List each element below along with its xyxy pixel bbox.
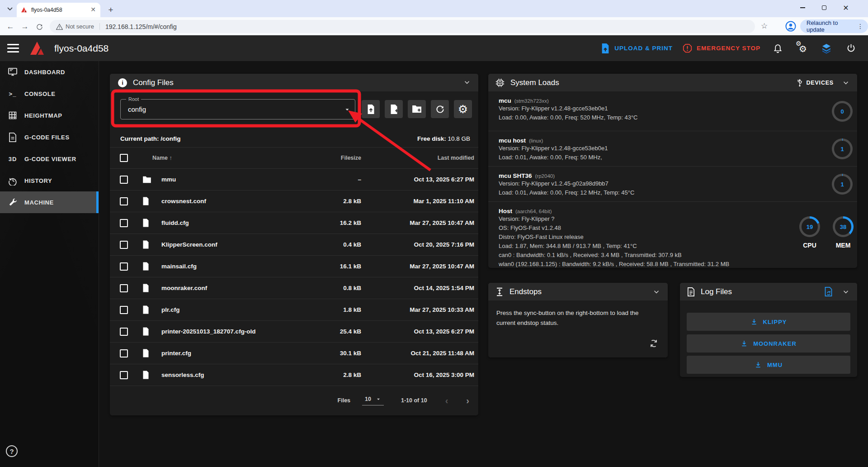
row-checkbox[interactable] [120, 328, 128, 336]
relaunch-to-update-button[interactable]: Relaunch to update ⋮ [800, 19, 868, 33]
row-checkbox[interactable] [120, 262, 128, 271]
file-icon [142, 305, 152, 314]
tab-close-icon[interactable]: ✕ [90, 6, 97, 14]
table-row[interactable]: printer-20251013_182707.cfg-old 25.4 kB … [110, 321, 478, 343]
download-moonraker-log-button[interactable]: MOONRAKER [687, 334, 850, 353]
sidebar-item-machine[interactable]: MACHINE [0, 191, 99, 213]
emergency-octagon-icon [683, 43, 692, 53]
table-row[interactable]: crowsnest.conf 2.8 kB Mar 1, 2025 11:10 … [110, 191, 478, 212]
root-select[interactable]: Root config [120, 99, 355, 119]
row-checkbox[interactable] [120, 197, 128, 205]
collapse-chevron-icon[interactable] [652, 288, 660, 296]
select-caret-icon [376, 396, 381, 402]
nav-drawer: DASHBOARD >_ CONSOLE HEIGHTMAP G-CODE FI… [0, 61, 99, 467]
column-name[interactable]: Name ↑ [152, 155, 302, 161]
per-page-select[interactable]: 10 [362, 396, 384, 405]
collapse-chevron-icon[interactable] [463, 78, 471, 86]
create-file-button[interactable] [385, 100, 403, 118]
sidebar-item-gcode-files[interactable]: G-CODE FILES [0, 126, 99, 148]
sidebar-item-history[interactable]: HISTORY [0, 170, 99, 191]
config-files-header: i Config Files [110, 74, 478, 91]
settings-gears-icon[interactable]: ⚙ ⚙ [795, 41, 809, 56]
sync-button[interactable] [649, 338, 659, 348]
browser-menu-icon[interactable]: ⋮ [857, 23, 863, 30]
log-document-icon [687, 287, 695, 296]
select-all-checkbox[interactable] [120, 154, 128, 162]
reload-button[interactable] [33, 21, 45, 33]
table-row[interactable]: mmu – Oct 13, 2025 6:27 PM [110, 169, 478, 191]
endstops-header: Endstops [488, 283, 668, 300]
sort-arrow-icon: ↑ [170, 155, 172, 161]
browser-tab-bar: flyos-0a4d58 ✕ + ✕ [0, 0, 868, 17]
root-select-label: Root [126, 96, 141, 102]
sidebar-item-heightmap[interactable]: HEIGHTMAP [0, 105, 99, 126]
power-icon[interactable] [844, 41, 858, 56]
collapse-chevron-icon[interactable] [842, 79, 850, 87]
row-checkbox[interactable] [120, 371, 128, 379]
file-icon [142, 219, 152, 227]
table-row[interactable]: printer.cfg 30.1 kB Oct 21, 2025 11:48 A… [110, 343, 478, 364]
sidebar-item-gcode-viewer[interactable]: 3D G-CODE VIEWER [0, 148, 99, 170]
back-button[interactable]: ← [5, 21, 16, 33]
menu-hamburger-icon[interactable] [6, 41, 20, 55]
file-settings-button[interactable]: ⚙ [454, 100, 472, 118]
previous-page-button[interactable]: ‹ [445, 396, 448, 406]
row-checkbox[interactable] [120, 349, 128, 357]
browser-tab[interactable]: flyos-0a4d58 ✕ [17, 3, 100, 17]
row-checkbox[interactable] [120, 219, 128, 227]
terminal-icon: >_ [7, 91, 18, 97]
download-klippy-log-button[interactable]: KLIPPY [687, 313, 850, 331]
mem-gauge: 38 [833, 216, 854, 237]
sidebar-item-dashboard[interactable]: DASHBOARD [0, 61, 99, 83]
window-close-button[interactable]: ✕ [835, 0, 856, 15]
row-checkbox[interactable] [120, 284, 128, 292]
favicon-flyos-logo [20, 6, 28, 14]
upload-file-button[interactable] [362, 100, 380, 118]
collapse-chevron-icon[interactable] [842, 288, 850, 296]
create-folder-button[interactable] [408, 100, 426, 118]
document-icon [7, 133, 18, 142]
sidebar-item-console[interactable]: >_ CONSOLE [0, 83, 99, 105]
system-loads-title: System Loads [510, 78, 559, 87]
row-checkbox[interactable] [120, 306, 128, 314]
chip-icon [495, 78, 505, 87]
free-disk-label: Free disk: 10.8 GB [417, 135, 470, 142]
row-checkbox[interactable] [120, 176, 128, 184]
table-row[interactable]: moonraker.conf 0.8 kB Oct 14, 2025 1:54 … [110, 277, 478, 299]
forward-button[interactable]: → [19, 21, 31, 33]
address-bar[interactable]: Not secure 192.168.1.125/m/#/config [50, 20, 755, 33]
row-checkbox[interactable] [120, 241, 128, 249]
table-row[interactable]: mainsail.cfg 16.1 kB Mar 27, 2025 10:47 … [110, 256, 478, 277]
mem-gauge-label: MEM [830, 242, 857, 249]
profile-avatar[interactable] [785, 21, 796, 32]
devices-button[interactable]: DEVICES [797, 79, 834, 87]
layers-icon[interactable] [819, 41, 834, 56]
table-row[interactable]: sensorless.cfg 2.8 kB Oct 16, 2025 3:00 … [110, 364, 478, 386]
table-row[interactable]: plr.cfg 1.8 kB Mar 27, 2025 10:33 AM [110, 299, 478, 321]
next-page-button[interactable]: › [466, 396, 469, 406]
refresh-button[interactable] [431, 100, 449, 118]
download-mmu-log-button[interactable]: MMU [687, 356, 850, 374]
column-filesize[interactable]: Filesize [302, 155, 361, 161]
file-icon [142, 371, 152, 379]
notifications-bell-icon[interactable] [770, 41, 785, 56]
table-row[interactable]: KlipperScreen.conf 0.4 kB Oct 20, 2025 7… [110, 234, 478, 256]
wrench-icon [7, 198, 18, 207]
column-last-modified[interactable]: Last modified [361, 155, 474, 161]
help-icon[interactable]: ? [6, 445, 18, 457]
new-tab-button[interactable]: + [105, 4, 117, 16]
window-minimize-button[interactable] [792, 0, 813, 15]
tab-title: flyos-0a4d58 [31, 7, 90, 13]
not-secure-chip[interactable]: Not secure [56, 23, 100, 30]
upload-and-print-button[interactable]: UPLOAD & PRINT [601, 43, 673, 53]
file-icon [142, 262, 152, 271]
rollover-logs-icon[interactable] [824, 287, 833, 296]
window-maximize-button[interactable] [814, 0, 835, 15]
pagination-bar: Files 10 1-10 of 10 ‹ › [110, 386, 478, 415]
download-icon [741, 340, 748, 347]
config-files-panel: i Config Files Root config ⚙ Current pat… [110, 74, 478, 415]
tab-search-button[interactable] [4, 4, 16, 14]
bookmark-star-icon[interactable]: ☆ [761, 21, 768, 31]
table-row[interactable]: fluidd.cfg 16.2 kB Mar 27, 2025 10:47 AM [110, 212, 478, 234]
emergency-stop-button[interactable]: EMERGENCY STOP [683, 43, 760, 53]
